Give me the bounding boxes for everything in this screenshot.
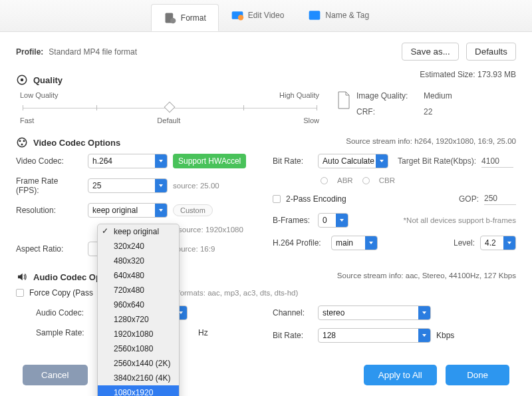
svg-point-7 bbox=[17, 138, 27, 147]
name-tag-icon bbox=[308, 9, 321, 22]
channel-select[interactable]: stereo bbox=[318, 305, 431, 320]
resolution-custom-button[interactable]: Custom bbox=[173, 204, 213, 216]
hwaccel-badge: Support HWAccel bbox=[173, 154, 246, 168]
low-quality-label: Low Quality bbox=[20, 91, 58, 99]
video-codec-select[interactable]: h.264 bbox=[88, 154, 168, 168]
video-source-info: Source stream info: h264, 1920x1080, 16:… bbox=[346, 137, 516, 145]
dialog-footer: Cancel Apply to All Done bbox=[0, 358, 532, 396]
resolution-option[interactable]: 480x320 bbox=[98, 254, 179, 268]
chevron-down-icon bbox=[418, 329, 430, 342]
resolution-option[interactable]: 3840x2160 (4K) bbox=[98, 371, 179, 385]
sample-rate-unit: Hz bbox=[198, 328, 208, 337]
fast-label: Fast bbox=[20, 116, 34, 124]
audio-source-info: Source stream info: aac, Stereo, 44100Hz… bbox=[337, 272, 516, 280]
abr-radio[interactable] bbox=[321, 177, 328, 184]
gear-icon bbox=[16, 74, 28, 86]
tab-edit-label: Edit Video bbox=[248, 11, 285, 20]
tab-edit-video[interactable]: Edit Video bbox=[219, 0, 297, 31]
chevron-down-icon bbox=[503, 236, 515, 250]
resolution-option[interactable]: 640x480 bbox=[98, 268, 179, 283]
quality-slider[interactable] bbox=[23, 102, 317, 114]
resolution-option[interactable]: 1280x720 bbox=[98, 312, 179, 327]
default-label: Default bbox=[157, 116, 180, 124]
svg-point-10 bbox=[21, 144, 23, 146]
bframes-select[interactable]: 0 bbox=[318, 213, 348, 228]
estimated-size-value: 173.93 MB bbox=[477, 70, 516, 79]
gop-input[interactable] bbox=[484, 192, 516, 205]
level-select[interactable]: 4.2 bbox=[480, 236, 516, 250]
svg-rect-4 bbox=[309, 11, 321, 19]
bitrate-label: Bit Rate: bbox=[273, 156, 313, 166]
chevron-down-icon bbox=[336, 214, 348, 227]
bframes-note: *Not all devices support b-frames bbox=[404, 216, 516, 224]
bitrate-select[interactable]: Auto Calculate bbox=[318, 154, 388, 168]
force-copy-checkbox[interactable] bbox=[16, 289, 24, 297]
cbr-label: CBR bbox=[379, 176, 395, 184]
h264-profile-label: H.264 Profile: bbox=[273, 238, 326, 248]
svg-point-6 bbox=[21, 79, 24, 82]
video-codec-heading-label: Video Codec Options bbox=[33, 138, 120, 148]
svg-point-3 bbox=[238, 15, 243, 20]
svg-point-9 bbox=[23, 140, 25, 142]
resolution-option[interactable]: 1080x1920 bbox=[98, 385, 179, 396]
estimated-size-label: Estimated Size: bbox=[420, 70, 475, 79]
fps-label: Frame Rate (FPS): bbox=[16, 176, 82, 195]
resolution-option[interactable]: 720x480 bbox=[98, 283, 179, 297]
profile-row: Profile: Standard MP4 file format Save a… bbox=[16, 43, 516, 61]
two-pass-checkbox[interactable] bbox=[273, 195, 281, 203]
channel-value: stereo bbox=[319, 306, 430, 319]
h264-profile-select[interactable]: main bbox=[331, 236, 378, 250]
target-bitrate-label: Target Bit Rate(Kbps): bbox=[398, 156, 476, 166]
fps-select[interactable]: 25 bbox=[88, 178, 168, 193]
chevron-down-icon bbox=[155, 204, 167, 217]
high-quality-label: High Quality bbox=[279, 91, 319, 99]
sample-rate-label: Sample Rate: bbox=[36, 328, 102, 337]
force-copy-label: Force Copy (Pass bbox=[29, 288, 93, 297]
audio-bitrate-value: 128 bbox=[319, 329, 430, 342]
format-icon bbox=[164, 11, 177, 25]
tab-name-tag[interactable]: Name & Tag bbox=[296, 0, 381, 31]
resolution-option[interactable]: 320x240 bbox=[98, 239, 179, 254]
profile-label: Profile: bbox=[16, 47, 43, 57]
tab-format[interactable]: Format bbox=[151, 4, 219, 31]
resolution-select[interactable]: keep original bbox=[88, 203, 168, 218]
crf-value: 22 bbox=[424, 107, 432, 116]
audio-bitrate-unit: Kbps bbox=[436, 331, 454, 340]
defaults-button[interactable]: Defaults bbox=[466, 43, 516, 61]
image-quality-value: Medium bbox=[424, 91, 452, 100]
resolution-option[interactable]: 2560x1440 (2K) bbox=[98, 356, 179, 371]
done-button[interactable]: Done bbox=[446, 365, 509, 385]
slow-label: Slow bbox=[303, 116, 319, 124]
quality-slider-thumb[interactable] bbox=[164, 102, 176, 113]
resolution-dropdown[interactable]: keep original320x240480x320640x480720x48… bbox=[97, 224, 180, 396]
tab-format-label: Format bbox=[181, 13, 206, 23]
chevron-down-icon bbox=[376, 154, 388, 168]
chevron-down-icon bbox=[155, 154, 167, 168]
apply-to-all-button[interactable]: Apply to All bbox=[364, 365, 437, 385]
resolution-source: source: 1920x1080 bbox=[178, 226, 243, 234]
resolution-option[interactable]: 2560x1080 bbox=[98, 341, 179, 356]
svg-point-8 bbox=[19, 140, 21, 142]
image-quality-label: Image Quality: bbox=[356, 91, 413, 100]
audio-bitrate-select[interactable]: 128 bbox=[318, 328, 431, 343]
resolution-option[interactable]: 1920x1080 bbox=[98, 327, 179, 341]
document-icon bbox=[336, 91, 351, 110]
channel-label: Channel: bbox=[273, 308, 313, 317]
cbr-radio[interactable] bbox=[362, 177, 370, 184]
crf-label: CRF: bbox=[356, 107, 413, 116]
level-label: Level: bbox=[454, 238, 475, 248]
resolution-option[interactable]: 960x640 bbox=[98, 297, 179, 312]
cancel-button[interactable]: Cancel bbox=[23, 365, 88, 385]
gop-label: GOP: bbox=[459, 194, 479, 204]
save-as-button[interactable]: Save as... bbox=[402, 43, 458, 61]
chevron-down-icon bbox=[155, 179, 167, 192]
resolution-option[interactable]: keep original bbox=[98, 224, 179, 239]
profile-value: Standard MP4 file format bbox=[49, 47, 137, 57]
bframes-label: B-Frames: bbox=[273, 216, 313, 225]
quality-heading: Quality bbox=[16, 74, 63, 86]
chevron-down-icon bbox=[365, 236, 377, 250]
edit-video-icon bbox=[231, 9, 244, 22]
target-bitrate-input[interactable] bbox=[481, 155, 513, 168]
quality-heading-label: Quality bbox=[33, 75, 63, 85]
fps-source: source: 25.00 bbox=[173, 182, 219, 190]
